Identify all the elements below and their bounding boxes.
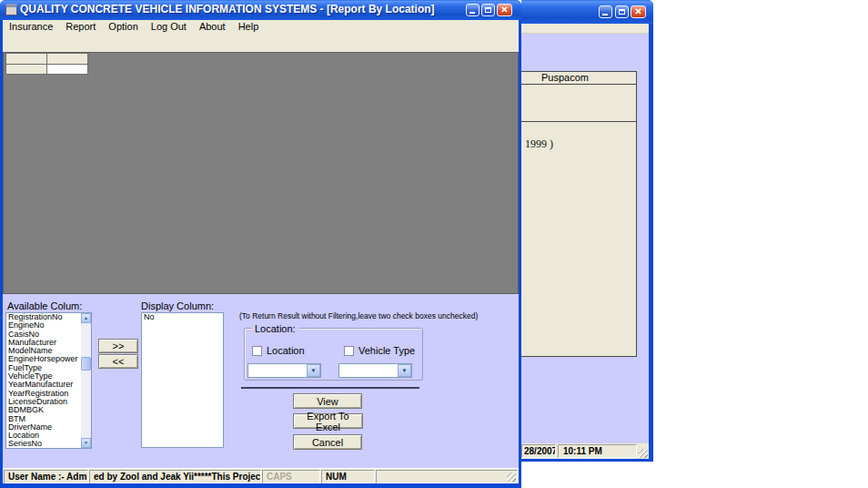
list-item[interactable]: Manufacturer	[6, 339, 81, 347]
location-combobox[interactable]: ▼	[247, 363, 321, 378]
list-item[interactable]: ModelName	[6, 347, 81, 355]
maximize-icon	[619, 9, 625, 15]
export-to-excel-button[interactable]: Export To Excel	[293, 413, 363, 429]
view-button[interactable]: View	[293, 393, 362, 409]
maximize-button[interactable]	[481, 4, 495, 16]
menu-item[interactable]: Option	[102, 20, 144, 34]
scrollbar-thumb[interactable]	[81, 357, 91, 371]
combo-dropdown-button[interactable]: ▼	[307, 364, 320, 377]
available-columns-listbox[interactable]: RegistrationNoEngineNoCasisNoManufacture…	[5, 312, 92, 449]
minimize-icon	[469, 12, 475, 14]
display-columns-items: No	[142, 313, 223, 321]
main-window-body: InsuranceReportOptionLog OutAboutHelp Av…	[3, 20, 519, 483]
close-icon: ✕	[500, 5, 508, 15]
panel-text: 1999 )	[525, 137, 553, 151]
grid-data-row	[5, 65, 87, 75]
background-window-titlebar[interactable]: ✕	[521, 0, 653, 24]
bg-maximize-button[interactable]	[615, 5, 629, 18]
scroll-down-button[interactable]: ▼	[81, 438, 91, 448]
main-window: QUALITY CONCRETE VEHICLE INFORMATION SYS…	[0, 0, 521, 488]
resize-grip[interactable]	[507, 473, 516, 482]
resize-grip[interactable]	[639, 449, 648, 458]
cancel-button[interactable]: Cancel	[293, 434, 362, 450]
section-divider	[241, 387, 419, 389]
status-date: 28/2007	[521, 444, 556, 458]
status-caps-indicator: CAPS	[262, 470, 320, 483]
list-item[interactable]: EngineHorsepower	[6, 355, 81, 363]
arrow-down-icon: ▼	[84, 440, 88, 445]
close-icon: ✕	[634, 7, 641, 16]
list-item[interactable]: RegistrationNo	[6, 313, 81, 321]
menu-item[interactable]: Insurance	[3, 20, 59, 34]
desktop: ✕ Puspacom 1999 ) 28/2007 10:11 PM QUALI…	[0, 0, 868, 488]
status-num-indicator: NUM	[321, 470, 375, 483]
location-checkbox[interactable]	[252, 346, 262, 356]
window-title: QUALITY CONCRETE VEHICLE INFORMATION SYS…	[20, 3, 435, 15]
menu-item[interactable]: Help	[232, 20, 266, 34]
puspacom-group-header: Puspacom	[521, 71, 637, 85]
list-item[interactable]: SeriesNo	[6, 440, 81, 448]
list-item[interactable]: FuelType	[6, 364, 81, 372]
scroll-up-button[interactable]: ▲	[81, 313, 91, 323]
list-item[interactable]: No	[142, 313, 223, 321]
display-columns-label: Display Column:	[141, 300, 214, 311]
available-columns-items: RegistrationNoEngineNoCasisNoManufacture…	[6, 313, 81, 449]
filter-area: Available Colum: RegistrationNoEngineNoC…	[3, 294, 519, 468]
display-columns-listbox[interactable]: No	[141, 312, 224, 448]
list-item[interactable]: YearRegistration	[6, 390, 81, 398]
background-window-body: Puspacom 1999 ) 28/2007 10:11 PM	[521, 24, 649, 459]
vehicle-type-checkbox-label: Vehicle Type	[358, 345, 415, 356]
puspacom-panel: 1999 )	[521, 85, 637, 357]
chevron-down-icon: ▼	[402, 368, 408, 373]
menu-item[interactable]: Report	[59, 20, 102, 34]
location-checkbox-label: Location	[267, 345, 305, 356]
arrow-up-icon: ▲	[84, 315, 88, 320]
available-columns-label: Available Colum:	[7, 300, 82, 311]
list-item[interactable]: EngineNo	[6, 321, 81, 330]
panel-divider	[521, 121, 636, 122]
list-item[interactable]: Location	[6, 432, 81, 440]
background-window: ✕ Puspacom 1999 ) 28/2007 10:11 PM	[521, 0, 653, 462]
list-item[interactable]: BTM	[6, 415, 81, 423]
vehicle-type-combobox[interactable]: ▼	[338, 363, 412, 378]
list-item[interactable]: CasisNo	[6, 330, 81, 339]
minimize-button[interactable]	[466, 4, 479, 16]
chevron-down-icon: ▼	[311, 368, 317, 373]
grid-row-header-cell	[5, 64, 47, 75]
status-time: 10:11 PM	[558, 444, 637, 458]
vehicle-type-checkbox[interactable]	[344, 346, 354, 356]
list-item[interactable]: LicenseDuration	[6, 398, 81, 406]
app-icon	[5, 4, 17, 15]
list-item[interactable]: BDMBGK	[6, 406, 81, 414]
report-area	[3, 52, 519, 294]
grid-data-cell[interactable]	[46, 64, 88, 75]
close-button[interactable]: ✕	[497, 4, 512, 16]
menu-bar: InsuranceReportOptionLog OutAboutHelp	[3, 20, 519, 34]
bg-minimize-button[interactable]	[599, 5, 612, 18]
filter-hint-text: (To Return Result without Filtering,leav…	[239, 311, 515, 320]
menu-item[interactable]: About	[193, 20, 232, 34]
menu-item[interactable]: Log Out	[145, 20, 193, 34]
move-left-button[interactable]: <<	[98, 354, 138, 369]
main-statusbar: User Name :- Admin ed by Zool and Jeak Y…	[3, 468, 519, 483]
combo-dropdown-button[interactable]: ▼	[398, 364, 411, 377]
list-item[interactable]: DriverName	[6, 423, 81, 432]
move-right-button[interactable]: >>	[98, 339, 138, 353]
minimize-icon	[602, 14, 608, 15]
status-user-name: User Name :- Admin	[4, 470, 88, 483]
main-window-titlebar[interactable]: QUALITY CONCRETE VEHICLE INFORMATION SYS…	[0, 0, 521, 20]
maximize-icon	[485, 7, 491, 13]
listbox-scrollbar[interactable]: ▲ ▼	[81, 313, 91, 448]
data-grid[interactable]	[5, 54, 87, 75]
status-empty-panel	[376, 470, 518, 483]
bg-close-button[interactable]: ✕	[631, 5, 646, 18]
background-window-statusbar: 28/2007 10:11 PM	[521, 443, 649, 459]
list-item[interactable]: YearManufacturer	[6, 381, 81, 389]
status-marquee-text: ed by Zool and Jeak Yii*****This Project…	[89, 470, 261, 483]
location-group-title: Location:	[252, 323, 298, 334]
background-window-menubar	[521, 24, 649, 34]
list-item[interactable]: VehicleType	[6, 372, 81, 381]
puspacom-label: Puspacom	[541, 72, 589, 83]
